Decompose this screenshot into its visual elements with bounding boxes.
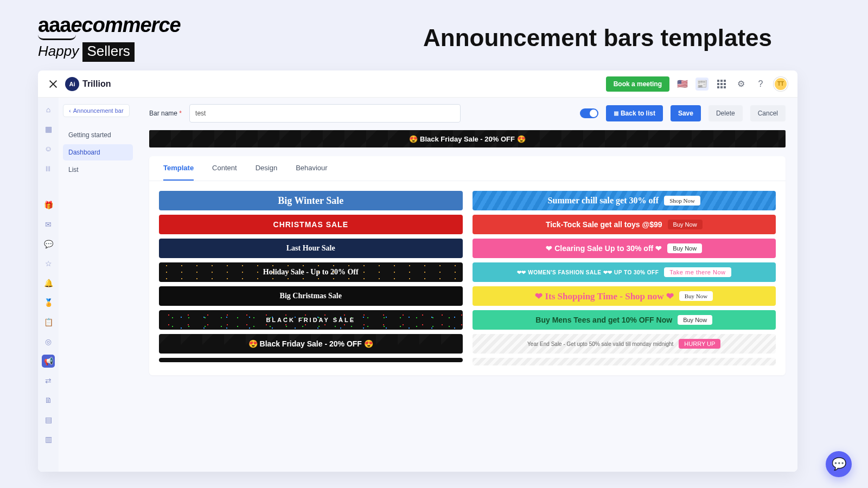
form-row: Bar name * ≣ Back to list Save Delete Ca…	[149, 104, 786, 123]
gallery-col-left: Big Winter Sale CHRISTMAS SALE Last Hour…	[159, 191, 463, 365]
product-logo[interactable]: Ai Trillion	[65, 77, 111, 91]
template-mens-tees[interactable]: Buy Mens Tees and get 10% OFF Now Buy No…	[473, 310, 776, 330]
template-cta: Take me there Now	[664, 267, 731, 277]
template-big-winter[interactable]: Big Winter Sale	[159, 191, 463, 210]
tab-template[interactable]: Template	[163, 164, 194, 181]
megaphone-icon[interactable]: 📢	[42, 355, 55, 368]
bar-name-input[interactable]	[189, 104, 461, 123]
marketing-logo: aaaecommerce Happy Sellers	[38, 14, 181, 62]
template-stub-right[interactable]	[473, 358, 776, 365]
brand-aaa: aaa	[38, 14, 71, 36]
template-cta: Buy Now	[668, 220, 703, 229]
clipboard-icon[interactable]: 📋	[42, 316, 55, 329]
template-christmas[interactable]: CHRISTMAS SALE	[159, 215, 463, 234]
gear-icon[interactable]: ⚙	[735, 78, 748, 91]
template-text: Tick-Tock Sale get all toys @$99	[546, 220, 662, 229]
avatar[interactable]: TT	[774, 77, 788, 91]
ai-badge: Ai	[65, 77, 79, 91]
book-meeting-button[interactable]: Book a meeting	[606, 76, 669, 92]
analytics-icon[interactable]: ⫼	[42, 162, 55, 175]
tab-design[interactable]: Design	[256, 164, 277, 181]
live-preview-bar: 😍 Black Friday Sale - 20% OFF 😍	[149, 130, 786, 147]
template-fashion[interactable]: ❤❤ WOMEN'S FASHION SALE ❤❤ UP TO 30% OFF…	[473, 262, 776, 282]
brand-happy: Happy	[38, 43, 79, 59]
star-icon[interactable]: ☆	[42, 257, 55, 270]
tab-behaviour[interactable]: Behaviour	[296, 164, 328, 181]
template-text: ❤ Clearing Sale Up to 30% off ❤	[546, 244, 662, 253]
page-icon[interactable]: ▤	[42, 413, 55, 426]
main-panel: Bar name * ≣ Back to list Save Delete Ca…	[137, 98, 797, 472]
topbar: Ai Trillion Book a meeting 🇺🇸 📰 ⚙ ? TT	[38, 70, 797, 98]
sidebar-item-getting-started[interactable]: Getting started	[63, 127, 133, 143]
template-black-friday-20[interactable]: 😍 Black Friday Sale - 20% OFF 😍	[159, 334, 463, 354]
product-name: Trillion	[82, 79, 111, 89]
news-icon[interactable]: 📰	[695, 78, 709, 91]
template-text: ❤ Its Shopping Time - Shop now ❤	[535, 291, 674, 302]
editor-card: Template Content Design Behaviour Big Wi…	[149, 156, 786, 375]
bar-name-label: Bar name *	[149, 110, 182, 117]
template-summer[interactable]: Summer chill sale get 30% off Shop Now	[473, 191, 776, 210]
breadcrumb-back[interactable]: ‹ Announcement bar	[63, 104, 130, 117]
sidebar-item-list[interactable]: List	[63, 162, 133, 178]
bell-icon[interactable]: 🔔	[42, 277, 55, 290]
template-cta: HURRY UP	[679, 339, 720, 349]
template-clearing[interactable]: ❤ Clearing Sale Up to 30% off ❤ Buy Now	[473, 239, 776, 258]
back-to-list-button[interactable]: ≣ Back to list	[606, 105, 663, 121]
apps-icon[interactable]	[715, 78, 728, 91]
template-shopping-time[interactable]: ❤ Its Shopping Time - Shop now ❤ Buy Now	[473, 286, 776, 306]
template-tick-tock[interactable]: Tick-Tock Sale get all toys @$99 Buy Now	[473, 215, 776, 234]
gift-icon[interactable]: 🎁	[42, 198, 55, 211]
template-cta: Buy Now	[678, 315, 712, 325]
template-cta: Buy Now	[679, 291, 713, 301]
brand-sellers: Sellers	[82, 42, 134, 62]
template-holiday[interactable]: Holiday Sale - Up to 20% Off	[159, 262, 463, 282]
home-icon[interactable]: ⌂	[42, 103, 55, 116]
template-black-friday[interactable]: BLACK FRIDAY SALE	[159, 310, 463, 330]
template-last-hour[interactable]: Last Hour Sale	[159, 239, 463, 258]
chat-icon[interactable]: 💬	[42, 237, 55, 251]
tab-content[interactable]: Content	[212, 164, 237, 181]
template-stub-left[interactable]	[159, 358, 463, 362]
doc-icon[interactable]: 🗎	[42, 394, 55, 407]
badge-icon[interactable]: 🏅	[42, 296, 55, 309]
delete-button[interactable]: Delete	[709, 105, 743, 121]
chevron-left-icon: ‹	[69, 107, 71, 114]
gallery-col-right: Summer chill sale get 30% off Shop Now T…	[473, 191, 776, 365]
dashboard-icon[interactable]: ▦	[42, 123, 55, 136]
cancel-button[interactable]: Cancel	[750, 105, 786, 121]
save-button[interactable]: Save	[671, 105, 701, 121]
template-text: Buy Mens Tees and get 10% OFF Now	[535, 316, 672, 324]
breadcrumb-label: Announcement bar	[73, 107, 124, 114]
template-year-end[interactable]: Year End Sale - Get upto 50% sale valid …	[473, 334, 776, 354]
enabled-toggle[interactable]	[580, 108, 598, 118]
tabs: Template Content Design Behaviour	[149, 156, 786, 181]
sidebar-item-dashboard[interactable]: Dashboard	[63, 144, 133, 160]
chat-fab[interactable]: 💬	[826, 451, 852, 477]
mail-icon[interactable]: ✉	[42, 218, 55, 231]
side-nav: ‹ Announcement bar Getting started Dashb…	[59, 98, 137, 472]
template-cta: Buy Now	[667, 243, 702, 253]
template-gallery: Big Winter Sale CHRISTMAS SALE Last Hour…	[149, 181, 786, 375]
target-icon[interactable]: ◎	[42, 335, 55, 348]
close-icon[interactable]	[48, 79, 59, 89]
template-text: ❤❤ WOMEN'S FASHION SALE ❤❤ UP TO 30% OFF	[517, 269, 659, 275]
template-cta: Shop Now	[664, 196, 700, 206]
marketing-title: Announcement bars templates	[423, 24, 772, 52]
template-text: Summer chill sale get 30% off	[548, 196, 659, 206]
help-icon[interactable]: ?	[754, 78, 767, 91]
template-text: Year End Sale - Get upto 50% sale valid …	[527, 341, 673, 347]
flag-icon[interactable]: 🇺🇸	[676, 78, 689, 91]
icon-rail: ⌂ ▦ ☺ ⫼ 🎁 ✉ 💬 ☆ 🔔 🏅 📋 ◎ 📢 ⇄ 🗎 ▤ ▥	[38, 98, 59, 472]
app-window: Ai Trillion Book a meeting 🇺🇸 📰 ⚙ ? TT ⌂…	[38, 70, 797, 472]
template-big-christmas[interactable]: Big Christmas Sale	[159, 286, 463, 306]
users-icon[interactable]: ☺	[42, 142, 55, 155]
flow-icon[interactable]: ⇄	[42, 374, 55, 387]
report-icon[interactable]: ▥	[42, 433, 55, 446]
brand-ecommerce: ecommerce	[71, 14, 180, 36]
